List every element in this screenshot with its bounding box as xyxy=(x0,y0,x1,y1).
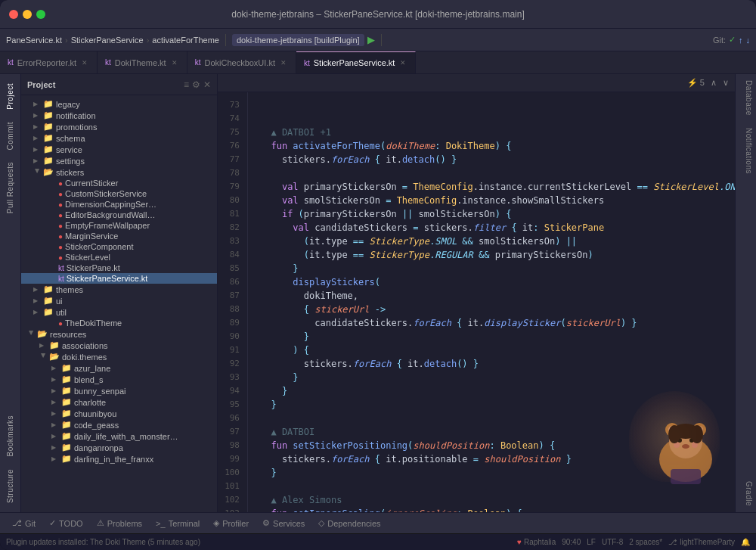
folder-open-icon: 📂 xyxy=(37,329,48,339)
chevron-right-icon: ▶ xyxy=(51,387,59,394)
tree-item-thedokitheme[interactable]: ● TheDokiTheme xyxy=(21,318,217,328)
structure-toggle[interactable]: Structure xyxy=(3,466,17,506)
kotlin-class-icon: ● xyxy=(58,200,63,209)
file-tab-dokicheckbox[interactable]: kt DokiCheckboxUI.kt ✕ xyxy=(187,51,296,73)
tab-close-icon[interactable]: ✕ xyxy=(80,58,89,67)
tree-item-marginservice[interactable]: ● MarginService xyxy=(21,231,217,241)
gradle-panel-toggle[interactable]: Gradle xyxy=(736,475,756,512)
tree-item-stickerlevel[interactable]: ● StickerLevel xyxy=(21,252,217,263)
folder-open-icon: 📂 xyxy=(49,352,60,362)
git-check-icon[interactable]: ✓ xyxy=(729,35,736,45)
line-num: 90 xyxy=(224,330,240,343)
todo-tab[interactable]: ✓ TODO xyxy=(43,517,89,530)
git-pull-icon[interactable]: ↓ xyxy=(746,36,751,45)
close-button[interactable] xyxy=(9,10,18,19)
maximize-button[interactable] xyxy=(36,10,45,19)
tree-item-danganronpa[interactable]: ▶ 📁 danganronpa xyxy=(21,442,217,453)
file-tab-stickerpaneservice[interactable]: kt StickerPaneService.kt ✕ xyxy=(296,51,416,73)
folder-icon: 📁 xyxy=(61,363,72,373)
git-tab[interactable]: ⎇ Git xyxy=(6,517,42,530)
close-panel-icon[interactable]: ✕ xyxy=(203,79,211,90)
line-ending-status: LF xyxy=(587,538,596,546)
commit-panel-toggle[interactable]: Commit xyxy=(3,119,17,153)
tree-label: TheDokiTheme xyxy=(65,319,122,328)
terminal-tab[interactable]: >_ Terminal xyxy=(150,517,206,530)
git-icon: ⎇ xyxy=(12,518,22,528)
tree-item-schema[interactable]: ▶ 📁 schema xyxy=(21,132,217,144)
kotlin-class-icon: ● xyxy=(58,179,63,188)
tree-item-resources[interactable]: ▶ 📂 resources xyxy=(21,328,217,340)
folder-icon: 📁 xyxy=(61,374,72,384)
notifications-panel-toggle[interactable]: Notifications xyxy=(736,122,756,180)
editor-right-actions: ⚡ 5 ∧ ∨ xyxy=(687,78,729,88)
tree-label: EmptyFrameWallpaper xyxy=(65,221,150,230)
file-tab-errorreporter[interactable]: kt ErrorReporter.kt ✕ xyxy=(0,51,98,73)
tree-item-promotions[interactable]: ▶ 📁 promotions xyxy=(21,121,217,132)
git-push-icon[interactable]: ↑ xyxy=(739,36,743,45)
tree-item-editorbackground[interactable]: ● EditorBackgroundWall… xyxy=(21,210,217,220)
profiler-tab[interactable]: ◈ Profiler xyxy=(207,517,255,530)
tree-item-stickercomponent[interactable]: ● StickerComponent xyxy=(21,241,217,252)
left-panel-toggles: Project Commit Pull Requests Bookmarks S… xyxy=(0,74,21,512)
tree-item-azur-lane[interactable]: ▶ 📁 azur_lane xyxy=(21,362,217,374)
pull-requests-toggle[interactable]: Pull Requests xyxy=(3,159,17,216)
file-tab-dokitheme[interactable]: kt DokiTheme.kt ✕ xyxy=(98,51,187,73)
tab-close-icon-4[interactable]: ✕ xyxy=(398,58,407,67)
tree-item-code-geass[interactable]: ▶ 📁 code_geass xyxy=(21,419,217,430)
dependencies-tab[interactable]: ◇ Dependencies xyxy=(312,517,386,530)
expand-all-icon[interactable]: ≡ xyxy=(184,79,189,90)
tree-item-service[interactable]: ▶ 📁 service xyxy=(21,144,217,155)
minimize-button[interactable] xyxy=(23,10,32,19)
project-panel-toggle[interactable]: Project xyxy=(3,80,17,113)
services-tab[interactable]: ⚙ Services xyxy=(256,517,311,530)
scroll-down-icon[interactable]: ∨ xyxy=(723,78,729,88)
scroll-up-icon[interactable]: ∧ xyxy=(711,78,717,88)
code-text[interactable]: ▲ DATBOI +1 fun activateForTheme(dokiThe… xyxy=(248,92,735,512)
line-num: 102 xyxy=(224,493,240,507)
settings-icon[interactable]: ⚙ xyxy=(192,79,200,90)
run-icon[interactable]: ▶ xyxy=(367,34,375,45)
tree-item-stickers[interactable]: ▶ 📂 stickers xyxy=(21,166,217,178)
tree-item-daily-life[interactable]: ▶ 📁 daily_life_with_a_monster… xyxy=(21,430,217,442)
tree-item-darling[interactable]: ▶ 📁 darling_in_the_franxx xyxy=(21,453,217,465)
code-editor[interactable]: ⚡ 5 ∧ ∨ xyxy=(218,74,735,512)
chevron-down-icon: ▶ xyxy=(40,353,47,361)
tab-close-icon-2[interactable]: ✕ xyxy=(170,58,179,67)
database-panel-toggle[interactable]: Database xyxy=(736,74,756,122)
tree-item-stickerpane[interactable]: kt StickerPane.kt xyxy=(21,263,217,273)
line-numbers-gutter: 73 74 75 76 77 78 79 80 81 82 83 84 85 8… xyxy=(218,92,248,512)
tree-item-blend-s[interactable]: ▶ 📁 blend_s xyxy=(21,374,217,385)
code-area[interactable]: 73 74 75 76 77 78 79 80 81 82 83 84 85 8… xyxy=(218,92,735,512)
chevron-right-icon: ▶ xyxy=(33,112,41,119)
tree-item-legacy[interactable]: ▶ 📁 legacy xyxy=(21,98,217,110)
tree-item-emptyframe[interactable]: ● EmptyFrameWallpaper xyxy=(21,220,217,231)
chevron-right-icon: ▶ xyxy=(33,146,41,153)
tree-item-chuunibyou[interactable]: ▶ 📁 chuunibyou xyxy=(21,408,217,419)
kotlin-file-icon: kt xyxy=(8,58,14,67)
tree-item-associations[interactable]: ▶ 📁 associations xyxy=(21,340,217,351)
tree-item-util[interactable]: ▶ 📁 util xyxy=(21,306,217,318)
git-label: Git: xyxy=(713,36,726,45)
tree-item-ui[interactable]: ▶ 📁 ui xyxy=(21,295,217,306)
terminal-icon: >_ xyxy=(156,519,166,528)
tree-item-bunny-senpai[interactable]: ▶ 📁 bunny_senpai xyxy=(21,385,217,396)
problems-tab[interactable]: ⚠ Problems xyxy=(91,517,148,530)
tree-item-settings[interactable]: ▶ 📁 settings xyxy=(21,155,217,166)
tree-item-stickerpaneservice[interactable]: kt StickerPaneService.kt xyxy=(21,273,217,284)
tree-label: ui xyxy=(56,297,63,306)
tree-item-themes[interactable]: ▶ 📁 themes xyxy=(21,284,217,295)
tree-item-charlotte[interactable]: ▶ 📁 charlotte xyxy=(21,396,217,408)
chevron-right-icon: ▶ xyxy=(51,444,59,451)
tree-item-customstickerservice[interactable]: ● CustomStickerService xyxy=(21,188,217,199)
tree-item-notification[interactable]: ▶ 📁 notification xyxy=(21,110,217,121)
bottom-tool-bar: ⎇ Git ✓ TODO ⚠ Problems >_ Terminal ◈ Pr… xyxy=(0,512,756,533)
tree-item-dokithemes[interactable]: ▶ 📂 doki.themes xyxy=(21,351,217,362)
bookmarks-toggle[interactable]: Bookmarks xyxy=(3,412,17,460)
tree-label: StickerPane.kt xyxy=(67,263,120,272)
folder-icon: 📁 xyxy=(61,409,72,418)
tab-close-icon-3[interactable]: ✕ xyxy=(279,58,288,67)
services-tab-label: Services xyxy=(273,519,305,528)
tree-item-dimensioncapping[interactable]: ● DimensionCappingSer… xyxy=(21,199,217,210)
tree-item-currentsticker[interactable]: ● CurrentSticker xyxy=(21,178,217,188)
folder-icon: 📁 xyxy=(61,431,72,441)
